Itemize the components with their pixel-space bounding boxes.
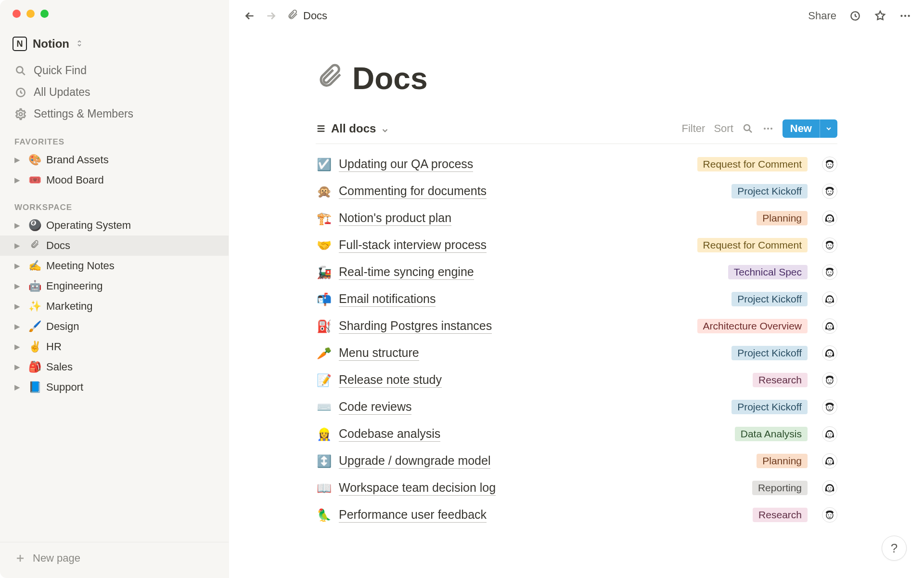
new-button[interactable]: New <box>783 119 837 138</box>
sidebar-workspace-item[interactable]: ▶ 🖌️ Design <box>0 316 229 337</box>
sidebar-workspace-item[interactable]: ▶ 🤖 Engineering <box>0 276 229 296</box>
all-updates-button[interactable]: All Updates <box>0 81 229 103</box>
row-assignee-avatar[interactable] <box>822 237 837 253</box>
row-title[interactable]: Release note study <box>339 373 442 388</box>
row-assignee-avatar[interactable] <box>822 345 837 361</box>
row-tag[interactable]: Project Kickoff <box>732 184 808 198</box>
row-tag[interactable]: Request for Comment <box>697 157 808 171</box>
row-tag[interactable]: Project Kickoff <box>732 346 808 360</box>
database-row[interactable]: 🙊 Commenting for documents Project Kicko… <box>316 178 837 205</box>
view-selector[interactable]: All docs <box>316 122 389 135</box>
nav-forward-button[interactable] <box>263 8 279 24</box>
disclosure-caret-icon[interactable]: ▶ <box>14 156 23 164</box>
row-title[interactable]: Sharding Postgres instances <box>339 319 492 334</box>
row-tag[interactable]: Research <box>753 508 808 522</box>
row-assignee-avatar[interactable] <box>822 372 837 388</box>
new-page-button[interactable]: New page <box>0 542 229 578</box>
row-tag[interactable]: Request for Comment <box>697 238 808 252</box>
breadcrumb[interactable]: Docs <box>287 9 327 23</box>
minimize-window-button[interactable] <box>26 10 35 18</box>
maximize-window-button[interactable] <box>40 10 49 18</box>
help-button[interactable]: ? <box>882 536 907 561</box>
row-tag[interactable]: Technical Spec <box>728 265 808 279</box>
quick-find-button[interactable]: Quick Find <box>0 60 229 81</box>
row-tag[interactable]: Reporting <box>752 481 808 495</box>
row-title[interactable]: Performance user feedback <box>339 508 487 523</box>
row-tag[interactable]: Planning <box>757 454 808 468</box>
row-assignee-avatar[interactable] <box>822 157 837 172</box>
nav-back-button[interactable] <box>242 8 258 24</box>
database-row[interactable]: ☑️ Updating our QA process Request for C… <box>316 151 837 178</box>
database-row[interactable]: 👷‍♀️ Codebase analysis Data Analysis <box>316 420 837 447</box>
favorite-star-icon[interactable] <box>874 10 886 22</box>
row-assignee-avatar[interactable] <box>822 264 837 280</box>
row-tag[interactable]: Project Kickoff <box>732 292 808 306</box>
row-title[interactable]: Updating our QA process <box>339 157 473 172</box>
database-row[interactable]: 📝 Release note study Research <box>316 367 837 394</box>
share-button[interactable]: Share <box>808 10 836 22</box>
row-tag[interactable]: Research <box>753 373 808 387</box>
row-title[interactable]: Upgrade / downgrade model <box>339 454 490 469</box>
database-row[interactable]: 🦜 Performance user feedback Research <box>316 501 837 528</box>
row-assignee-avatar[interactable] <box>822 210 837 226</box>
row-assignee-avatar[interactable] <box>822 399 837 415</box>
sort-button[interactable]: Sort <box>714 122 733 135</box>
disclosure-caret-icon[interactable]: ▶ <box>14 176 23 184</box>
disclosure-caret-icon[interactable]: ▶ <box>14 221 23 230</box>
row-title[interactable]: Codebase analysis <box>339 427 440 442</box>
row-tag[interactable]: Project Kickoff <box>732 400 808 414</box>
row-assignee-avatar[interactable] <box>822 184 837 199</box>
disclosure-caret-icon[interactable]: ▶ <box>14 363 23 371</box>
row-assignee-avatar[interactable] <box>822 426 837 442</box>
more-menu-icon[interactable] <box>899 10 911 22</box>
db-search-icon[interactable] <box>742 123 754 134</box>
sidebar-workspace-item[interactable]: ▶ Docs <box>0 236 229 256</box>
disclosure-caret-icon[interactable]: ▶ <box>14 282 23 290</box>
disclosure-caret-icon[interactable]: ▶ <box>14 322 23 331</box>
disclosure-caret-icon[interactable]: ▶ <box>14 241 23 250</box>
row-tag[interactable]: Planning <box>757 211 808 225</box>
database-row[interactable]: 📬 Email notifications Project Kickoff <box>316 286 837 313</box>
disclosure-caret-icon[interactable]: ▶ <box>14 262 23 270</box>
database-row[interactable]: 🥕 Menu structure Project Kickoff <box>316 340 837 367</box>
row-title[interactable]: Email notifications <box>339 292 436 307</box>
row-assignee-avatar[interactable] <box>822 318 837 334</box>
database-row[interactable]: ⛽ Sharding Postgres instances Architectu… <box>316 313 837 340</box>
row-title[interactable]: Real-time syncing engine <box>339 265 474 280</box>
database-row[interactable]: ⌨️ Code reviews Project Kickoff <box>316 394 837 420</box>
row-tag[interactable]: Architecture Overview <box>697 319 808 333</box>
sidebar-workspace-item[interactable]: ▶ ✍️ Meeting Notes <box>0 256 229 276</box>
sidebar-workspace-item[interactable]: ▶ 📘 Support <box>0 377 229 397</box>
sidebar-workspace-item[interactable]: ▶ 🎱 Operating System <box>0 215 229 236</box>
row-title[interactable]: Full-stack interview process <box>339 238 487 253</box>
updates-icon[interactable] <box>849 10 861 22</box>
close-window-button[interactable] <box>13 10 21 18</box>
db-more-icon[interactable] <box>762 123 774 134</box>
page-icon[interactable] <box>316 62 344 96</box>
disclosure-caret-icon[interactable]: ▶ <box>14 383 23 392</box>
row-assignee-avatar[interactable] <box>822 291 837 307</box>
row-title[interactable]: Menu structure <box>339 346 419 361</box>
row-tag[interactable]: Data Analysis <box>735 427 808 441</box>
disclosure-caret-icon[interactable]: ▶ <box>14 342 23 351</box>
row-assignee-avatar[interactable] <box>822 453 837 469</box>
database-row[interactable]: 🚂 Real-time syncing engine Technical Spe… <box>316 259 837 286</box>
row-title[interactable]: Notion's product plan <box>339 211 451 226</box>
disclosure-caret-icon[interactable]: ▶ <box>14 302 23 311</box>
workspace-switcher[interactable]: N Notion <box>0 34 229 60</box>
database-row[interactable]: 📖 Workspace team decision log Reporting <box>316 474 837 501</box>
database-row[interactable]: 🤝 Full-stack interview process Request f… <box>316 232 837 259</box>
sidebar-favorite-item[interactable]: ▶ 🎨 Brand Assets <box>0 150 229 170</box>
row-title[interactable]: Commenting for documents <box>339 184 487 199</box>
row-assignee-avatar[interactable] <box>822 507 837 523</box>
row-title[interactable]: Code reviews <box>339 400 411 415</box>
database-row[interactable]: 🏗️ Notion's product plan Planning <box>316 205 837 232</box>
sidebar-workspace-item[interactable]: ▶ ✨ Marketing <box>0 296 229 316</box>
sidebar-workspace-item[interactable]: ▶ 🎒 Sales <box>0 357 229 377</box>
sidebar-workspace-item[interactable]: ▶ ✌️ HR <box>0 337 229 357</box>
row-assignee-avatar[interactable] <box>822 480 837 496</box>
settings-members-button[interactable]: Settings & Members <box>0 103 229 125</box>
new-button-dropdown[interactable] <box>820 119 837 138</box>
filter-button[interactable]: Filter <box>682 122 706 135</box>
row-title[interactable]: Workspace team decision log <box>339 481 496 496</box>
